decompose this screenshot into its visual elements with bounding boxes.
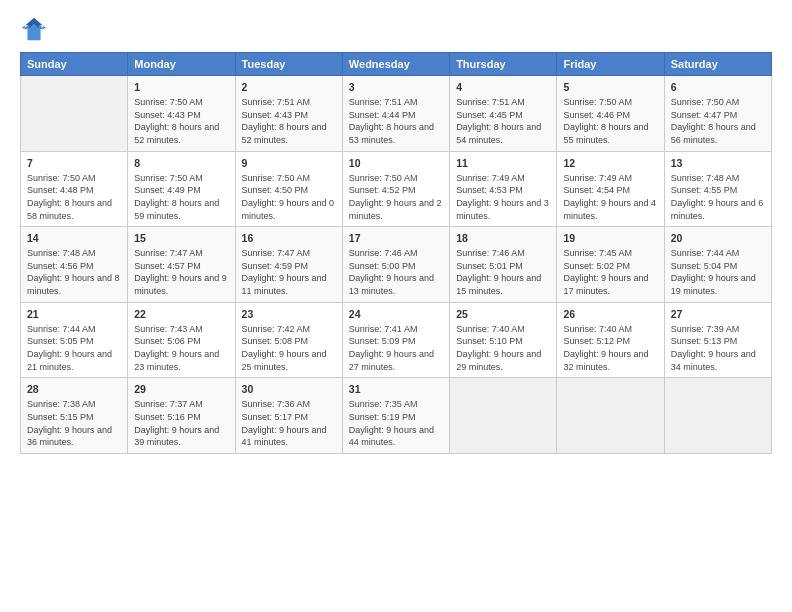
day-info: Sunrise: 7:50 AMSunset: 4:43 PMDaylight:… (134, 96, 228, 146)
day-number: 3 (349, 80, 443, 94)
calendar-cell (664, 378, 771, 454)
day-info: Sunrise: 7:46 AMSunset: 5:00 PMDaylight:… (349, 247, 443, 297)
day-number: 21 (27, 307, 121, 321)
calendar-table: SundayMondayTuesdayWednesdayThursdayFrid… (20, 52, 772, 454)
day-number: 14 (27, 231, 121, 245)
calendar-cell (450, 378, 557, 454)
calendar-cell: 5Sunrise: 7:50 AMSunset: 4:46 PMDaylight… (557, 76, 664, 152)
day-number: 16 (242, 231, 336, 245)
calendar-cell: 22Sunrise: 7:43 AMSunset: 5:06 PMDayligh… (128, 302, 235, 378)
calendar-cell: 1Sunrise: 7:50 AMSunset: 4:43 PMDaylight… (128, 76, 235, 152)
calendar-cell: 8Sunrise: 7:50 AMSunset: 4:49 PMDaylight… (128, 151, 235, 227)
calendar-cell (21, 76, 128, 152)
day-info: Sunrise: 7:43 AMSunset: 5:06 PMDaylight:… (134, 323, 228, 373)
day-number: 20 (671, 231, 765, 245)
calendar-cell: 27Sunrise: 7:39 AMSunset: 5:13 PMDayligh… (664, 302, 771, 378)
calendar-cell: 6Sunrise: 7:50 AMSunset: 4:47 PMDaylight… (664, 76, 771, 152)
day-header-sunday: Sunday (21, 53, 128, 76)
day-info: Sunrise: 7:49 AMSunset: 4:54 PMDaylight:… (563, 172, 657, 222)
day-info: Sunrise: 7:37 AMSunset: 5:16 PMDaylight:… (134, 398, 228, 448)
day-info: Sunrise: 7:50 AMSunset: 4:52 PMDaylight:… (349, 172, 443, 222)
calendar-cell: 25Sunrise: 7:40 AMSunset: 5:10 PMDayligh… (450, 302, 557, 378)
day-info: Sunrise: 7:51 AMSunset: 4:44 PMDaylight:… (349, 96, 443, 146)
day-info: Sunrise: 7:50 AMSunset: 4:46 PMDaylight:… (563, 96, 657, 146)
calendar-cell: 21Sunrise: 7:44 AMSunset: 5:05 PMDayligh… (21, 302, 128, 378)
day-number: 4 (456, 80, 550, 94)
day-info: Sunrise: 7:46 AMSunset: 5:01 PMDaylight:… (456, 247, 550, 297)
calendar-cell: 2Sunrise: 7:51 AMSunset: 4:43 PMDaylight… (235, 76, 342, 152)
day-info: Sunrise: 7:47 AMSunset: 4:57 PMDaylight:… (134, 247, 228, 297)
calendar-cell: 29Sunrise: 7:37 AMSunset: 5:16 PMDayligh… (128, 378, 235, 454)
day-info: Sunrise: 7:50 AMSunset: 4:49 PMDaylight:… (134, 172, 228, 222)
day-header-tuesday: Tuesday (235, 53, 342, 76)
page: SundayMondayTuesdayWednesdayThursdayFrid… (0, 0, 792, 612)
day-info: Sunrise: 7:39 AMSunset: 5:13 PMDaylight:… (671, 323, 765, 373)
header (20, 16, 772, 44)
day-info: Sunrise: 7:44 AMSunset: 5:05 PMDaylight:… (27, 323, 121, 373)
day-number: 8 (134, 156, 228, 170)
day-info: Sunrise: 7:49 AMSunset: 4:53 PMDaylight:… (456, 172, 550, 222)
calendar-cell: 15Sunrise: 7:47 AMSunset: 4:57 PMDayligh… (128, 227, 235, 303)
day-number: 6 (671, 80, 765, 94)
day-info: Sunrise: 7:40 AMSunset: 5:12 PMDaylight:… (563, 323, 657, 373)
day-number: 24 (349, 307, 443, 321)
calendar-cell: 19Sunrise: 7:45 AMSunset: 5:02 PMDayligh… (557, 227, 664, 303)
day-number: 28 (27, 382, 121, 396)
logo (20, 16, 52, 44)
calendar-cell (557, 378, 664, 454)
day-number: 17 (349, 231, 443, 245)
calendar-cell: 16Sunrise: 7:47 AMSunset: 4:59 PMDayligh… (235, 227, 342, 303)
calendar-cell: 3Sunrise: 7:51 AMSunset: 4:44 PMDaylight… (342, 76, 449, 152)
week-row-1: 1Sunrise: 7:50 AMSunset: 4:43 PMDaylight… (21, 76, 772, 152)
calendar-cell: 20Sunrise: 7:44 AMSunset: 5:04 PMDayligh… (664, 227, 771, 303)
day-number: 27 (671, 307, 765, 321)
day-number: 30 (242, 382, 336, 396)
week-row-5: 28Sunrise: 7:38 AMSunset: 5:15 PMDayligh… (21, 378, 772, 454)
day-info: Sunrise: 7:41 AMSunset: 5:09 PMDaylight:… (349, 323, 443, 373)
day-number: 31 (349, 382, 443, 396)
day-number: 23 (242, 307, 336, 321)
calendar-cell: 31Sunrise: 7:35 AMSunset: 5:19 PMDayligh… (342, 378, 449, 454)
calendar-cell: 7Sunrise: 7:50 AMSunset: 4:48 PMDaylight… (21, 151, 128, 227)
day-header-friday: Friday (557, 53, 664, 76)
day-number: 19 (563, 231, 657, 245)
calendar-cell: 28Sunrise: 7:38 AMSunset: 5:15 PMDayligh… (21, 378, 128, 454)
week-row-3: 14Sunrise: 7:48 AMSunset: 4:56 PMDayligh… (21, 227, 772, 303)
day-number: 9 (242, 156, 336, 170)
week-row-2: 7Sunrise: 7:50 AMSunset: 4:48 PMDaylight… (21, 151, 772, 227)
day-info: Sunrise: 7:45 AMSunset: 5:02 PMDaylight:… (563, 247, 657, 297)
day-number: 29 (134, 382, 228, 396)
calendar-cell: 12Sunrise: 7:49 AMSunset: 4:54 PMDayligh… (557, 151, 664, 227)
day-number: 7 (27, 156, 121, 170)
day-info: Sunrise: 7:51 AMSunset: 4:45 PMDaylight:… (456, 96, 550, 146)
calendar-cell: 4Sunrise: 7:51 AMSunset: 4:45 PMDaylight… (450, 76, 557, 152)
day-info: Sunrise: 7:50 AMSunset: 4:50 PMDaylight:… (242, 172, 336, 222)
calendar-cell: 26Sunrise: 7:40 AMSunset: 5:12 PMDayligh… (557, 302, 664, 378)
day-number: 25 (456, 307, 550, 321)
day-number: 22 (134, 307, 228, 321)
day-number: 11 (456, 156, 550, 170)
day-number: 12 (563, 156, 657, 170)
logo-icon (20, 16, 48, 44)
day-number: 26 (563, 307, 657, 321)
day-header-wednesday: Wednesday (342, 53, 449, 76)
day-info: Sunrise: 7:36 AMSunset: 5:17 PMDaylight:… (242, 398, 336, 448)
day-number: 15 (134, 231, 228, 245)
day-number: 13 (671, 156, 765, 170)
calendar-cell: 17Sunrise: 7:46 AMSunset: 5:00 PMDayligh… (342, 227, 449, 303)
day-info: Sunrise: 7:47 AMSunset: 4:59 PMDaylight:… (242, 247, 336, 297)
day-number: 1 (134, 80, 228, 94)
day-header-saturday: Saturday (664, 53, 771, 76)
calendar-cell: 30Sunrise: 7:36 AMSunset: 5:17 PMDayligh… (235, 378, 342, 454)
day-info: Sunrise: 7:51 AMSunset: 4:43 PMDaylight:… (242, 96, 336, 146)
calendar-cell: 10Sunrise: 7:50 AMSunset: 4:52 PMDayligh… (342, 151, 449, 227)
header-row: SundayMondayTuesdayWednesdayThursdayFrid… (21, 53, 772, 76)
day-info: Sunrise: 7:50 AMSunset: 4:47 PMDaylight:… (671, 96, 765, 146)
calendar-cell: 14Sunrise: 7:48 AMSunset: 4:56 PMDayligh… (21, 227, 128, 303)
day-info: Sunrise: 7:42 AMSunset: 5:08 PMDaylight:… (242, 323, 336, 373)
day-header-monday: Monday (128, 53, 235, 76)
day-info: Sunrise: 7:35 AMSunset: 5:19 PMDaylight:… (349, 398, 443, 448)
calendar-cell: 18Sunrise: 7:46 AMSunset: 5:01 PMDayligh… (450, 227, 557, 303)
calendar-cell: 13Sunrise: 7:48 AMSunset: 4:55 PMDayligh… (664, 151, 771, 227)
calendar-cell: 11Sunrise: 7:49 AMSunset: 4:53 PMDayligh… (450, 151, 557, 227)
